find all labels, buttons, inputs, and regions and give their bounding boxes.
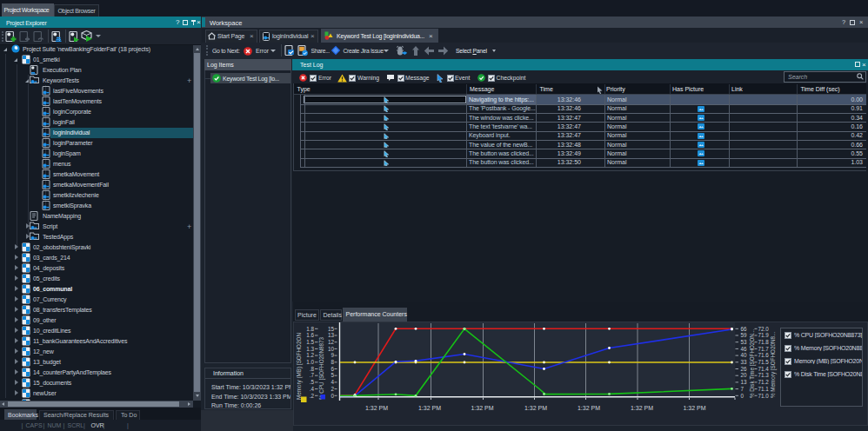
svg-text:71.9: 71.9 — [758, 332, 770, 338]
svg-text:% CPU [SOFHO20N8873: % CPU [SOFHO20N8873 — [318, 336, 325, 400]
svg-text:% Disk Time [SOFHO2ON...: % Disk Time [SOFHO2ON... — [749, 329, 756, 398]
svg-text:71.0: 71.0 — [758, 393, 770, 399]
svg-text:1:32 PM: 1:32 PM — [471, 405, 493, 411]
svg-text:1:32 PM: 1:32 PM — [631, 405, 653, 411]
svg-text:1.8: 1.8 — [306, 326, 314, 332]
svg-text:.5: .5 — [310, 379, 315, 385]
svg-text:15: 15 — [328, 326, 335, 332]
svg-text:59: 59 — [741, 332, 748, 338]
svg-text:1:32 PM: 1:32 PM — [578, 405, 600, 411]
svg-text:.2: .2 — [310, 393, 315, 399]
svg-text:66: 66 — [741, 326, 748, 332]
svg-text:71.2: 71.2 — [758, 379, 770, 385]
svg-text:1.2: 1.2 — [306, 352, 314, 358]
svg-text:9: 9 — [331, 352, 334, 358]
svg-text:71.4: 71.4 — [758, 366, 770, 372]
svg-text:0: 0 — [741, 393, 744, 399]
svg-text:13: 13 — [741, 379, 748, 385]
svg-text:1.3: 1.3 — [306, 346, 314, 352]
svg-text:.4: .4 — [310, 386, 315, 392]
svg-text:1.0: 1.0 — [306, 359, 314, 365]
svg-text:7: 7 — [741, 386, 744, 392]
svg-text:% Memory [SOFHO20N8...: % Memory [SOFHO20N8... — [770, 331, 777, 398]
svg-text:1:32 PM: 1:32 PM — [683, 405, 705, 411]
svg-text:6: 6 — [331, 366, 334, 372]
svg-text:5: 5 — [331, 372, 334, 378]
svg-text:71.1: 71.1 — [758, 386, 770, 392]
svg-text:8: 8 — [331, 359, 334, 365]
svg-text:40: 40 — [741, 352, 748, 358]
svg-text:72.0: 72.0 — [758, 326, 770, 332]
svg-text:20: 20 — [741, 372, 748, 378]
svg-text:10: 10 — [328, 346, 335, 352]
svg-text:1.5: 1.5 — [306, 339, 314, 345]
svg-text:71.8: 71.8 — [758, 339, 770, 345]
svg-text:33: 33 — [741, 359, 748, 365]
svg-text:.8: .8 — [310, 366, 315, 372]
svg-text:13: 13 — [328, 332, 335, 338]
svg-text:71.7: 71.7 — [758, 346, 770, 352]
svg-text:71.6: 71.6 — [758, 352, 770, 358]
svg-text:2: 2 — [331, 386, 334, 392]
svg-text:1:32 PM: 1:32 PM — [524, 405, 547, 411]
svg-text:1:32 PM: 1:32 PM — [418, 405, 441, 411]
svg-text:1:32 PM: 1:32 PM — [365, 405, 388, 411]
svg-text:Memory (MB) [SOFHO2ON: Memory (MB) [SOFHO2ON — [296, 333, 303, 400]
svg-text:71.5: 71.5 — [758, 359, 770, 365]
svg-text:0: 0 — [331, 393, 334, 399]
svg-text:46: 46 — [741, 346, 748, 352]
svg-text:.7: .7 — [310, 372, 315, 378]
svg-text:53: 53 — [741, 339, 748, 345]
svg-text:26: 26 — [741, 366, 748, 372]
svg-text:71.3: 71.3 — [758, 372, 770, 378]
svg-text:1.6: 1.6 — [306, 332, 314, 338]
svg-text:4: 4 — [331, 379, 334, 385]
svg-text:12: 12 — [328, 339, 335, 345]
